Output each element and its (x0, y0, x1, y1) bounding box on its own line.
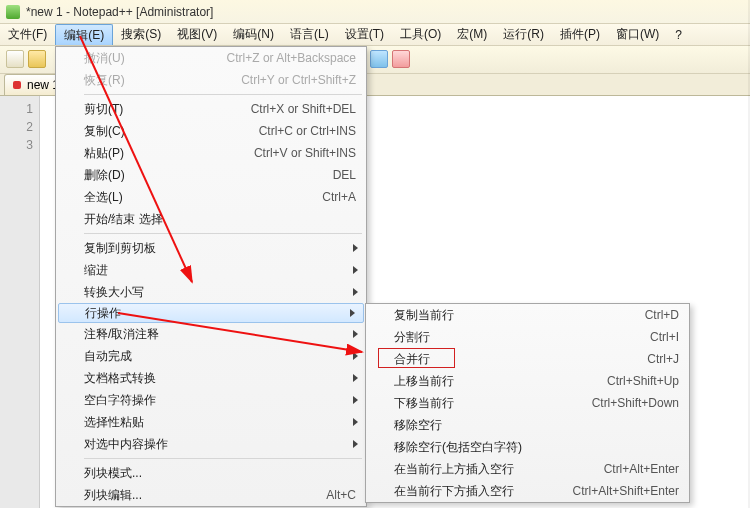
menu-item-label: 行操作 (85, 305, 355, 322)
menu-item-label: 列块编辑... (84, 487, 296, 504)
window-title: *new 1 - Notepad++ [Administrator] (26, 5, 213, 19)
menu-item[interactable]: 注释/取消注释 (56, 323, 366, 345)
menu-item-label: 自动完成 (84, 348, 356, 365)
menu-设置t[interactable]: 设置(T) (337, 24, 392, 45)
menu-item-label: 转换大小写 (84, 284, 356, 301)
menu-item[interactable]: 自动完成 (56, 345, 366, 367)
submenu-arrow-icon (353, 374, 358, 382)
menu-item[interactable]: 复制当前行Ctrl+D (366, 304, 689, 326)
menu-item[interactable]: 行操作 (58, 303, 364, 323)
submenu-arrow-icon (353, 418, 358, 426)
menu-item-label: 空白字符操作 (84, 392, 356, 409)
menu-shortcut: Ctrl+Shift+Down (592, 396, 679, 410)
submenu-arrow-icon (353, 266, 358, 274)
menu-item-label: 移除空行(包括空白字符) (394, 439, 679, 456)
menu-shortcut: Ctrl+Alt+Enter (604, 462, 679, 476)
menu-item[interactable]: 粘贴(P)Ctrl+V or Shift+INS (56, 142, 366, 164)
menu-文件f[interactable]: 文件(F) (0, 24, 55, 45)
menu-编码n[interactable]: 编码(N) (225, 24, 282, 45)
menu-搜索s[interactable]: 搜索(S) (113, 24, 169, 45)
submenu-arrow-icon (353, 352, 358, 360)
menu-item[interactable]: 复制到剪切板 (56, 237, 366, 259)
line-gutter: 123 (0, 96, 40, 508)
menu-工具o[interactable]: 工具(O) (392, 24, 449, 45)
menu-语言l[interactable]: 语言(L) (282, 24, 337, 45)
menu-item-label: 在当前行上方插入空行 (394, 461, 574, 478)
menu-item[interactable]: 列块编辑...Alt+C (56, 484, 366, 506)
menu-shortcut: Alt+C (326, 488, 356, 502)
menu-item[interactable]: 对选中内容操作 (56, 433, 366, 455)
menu-item-label: 合并行 (394, 351, 617, 368)
menu-item[interactable]: 列块模式... (56, 462, 366, 484)
menu-shortcut: Ctrl+D (645, 308, 679, 322)
menu-item[interactable]: 在当前行下方插入空行Ctrl+Alt+Shift+Enter (366, 480, 689, 502)
menu-item-label: 剪切(T) (84, 101, 221, 118)
menu-item[interactable]: 复制(C)Ctrl+C or Ctrl+INS (56, 120, 366, 142)
menu-item[interactable]: 分割行Ctrl+I (366, 326, 689, 348)
menu-item-label: 文档格式转换 (84, 370, 356, 387)
menu-item-label: 粘贴(P) (84, 145, 224, 162)
menu-item-label: 选择性粘贴 (84, 414, 356, 431)
toolbar-button[interactable] (392, 50, 410, 68)
menu-item[interactable]: 剪切(T)Ctrl+X or Shift+DEL (56, 98, 366, 120)
menu-item-label: 注释/取消注释 (84, 326, 356, 343)
line-number: 3 (0, 136, 33, 154)
menu-shortcut: Ctrl+Y or Ctrl+Shift+Z (241, 73, 356, 87)
menu-item[interactable]: 缩进 (56, 259, 366, 281)
submenu-arrow-icon (353, 244, 358, 252)
line-number: 1 (0, 100, 33, 118)
line-number: 2 (0, 118, 33, 136)
menu-item-label: 全选(L) (84, 189, 292, 206)
menu-item[interactable]: 文档格式转换 (56, 367, 366, 389)
menu-shortcut: Ctrl+C or Ctrl+INS (259, 124, 356, 138)
open-file-icon[interactable] (28, 50, 46, 68)
menu-separator (84, 233, 362, 234)
menu-item-label: 下移当前行 (394, 395, 562, 412)
menu-item[interactable]: 上移当前行Ctrl+Shift+Up (366, 370, 689, 392)
menu-item-label: 移除空行 (394, 417, 679, 434)
menu-shortcut: Ctrl+X or Shift+DEL (251, 102, 356, 116)
menu-宏m[interactable]: 宏(M) (449, 24, 495, 45)
menu-item[interactable]: 在当前行上方插入空行Ctrl+Alt+Enter (366, 458, 689, 480)
menu-视图v[interactable]: 视图(V) (169, 24, 225, 45)
menu-shortcut: Ctrl+Z or Alt+Backspace (227, 51, 356, 65)
toolbar-button[interactable] (370, 50, 388, 68)
menu-窗口w[interactable]: 窗口(W) (608, 24, 667, 45)
menu-shortcut: Ctrl+Alt+Shift+Enter (573, 484, 679, 498)
new-file-icon[interactable] (6, 50, 24, 68)
submenu-arrow-icon (353, 330, 358, 338)
edit-menu: 撤消(U)Ctrl+Z or Alt+Backspace恢复(R)Ctrl+Y … (55, 46, 367, 507)
menu-?[interactable]: ? (667, 24, 690, 45)
menu-item[interactable]: 移除空行 (366, 414, 689, 436)
menu-运行r[interactable]: 运行(R) (495, 24, 552, 45)
menu-item[interactable]: 开始/结束 选择 (56, 208, 366, 230)
menu-item-label: 对选中内容操作 (84, 436, 356, 453)
menu-item: 恢复(R)Ctrl+Y or Ctrl+Shift+Z (56, 69, 366, 91)
menu-item[interactable]: 转换大小写 (56, 281, 366, 303)
menu-shortcut: DEL (333, 168, 356, 182)
menu-item-label: 在当前行下方插入空行 (394, 483, 543, 500)
menu-item[interactable]: 空白字符操作 (56, 389, 366, 411)
menu-item[interactable]: 移除空行(包括空白字符) (366, 436, 689, 458)
menu-item[interactable]: 下移当前行Ctrl+Shift+Down (366, 392, 689, 414)
menu-item[interactable]: 选择性粘贴 (56, 411, 366, 433)
menu-item-label: 上移当前行 (394, 373, 577, 390)
menu-item[interactable]: 删除(D)DEL (56, 164, 366, 186)
menu-item-label: 复制当前行 (394, 307, 615, 324)
menu-item-label: 撤消(U) (84, 50, 197, 67)
menu-item[interactable]: 全选(L)Ctrl+A (56, 186, 366, 208)
menu-item: 撤消(U)Ctrl+Z or Alt+Backspace (56, 47, 366, 69)
menu-编辑e[interactable]: 编辑(E) (55, 24, 113, 45)
menu-item-label: 复制到剪切板 (84, 240, 356, 257)
submenu-arrow-icon (350, 309, 355, 317)
menu-item[interactable]: 合并行Ctrl+J (366, 348, 689, 370)
menu-shortcut: Ctrl+A (322, 190, 356, 204)
menu-item-label: 恢复(R) (84, 72, 211, 89)
menu-separator (84, 458, 362, 459)
menubar: 文件(F)编辑(E)搜索(S)视图(V)编码(N)语言(L)设置(T)工具(O)… (0, 24, 750, 46)
menu-separator (84, 94, 362, 95)
menu-插件p[interactable]: 插件(P) (552, 24, 608, 45)
menu-item-label: 分割行 (394, 329, 620, 346)
menu-shortcut: Ctrl+I (650, 330, 679, 344)
menu-item-label: 删除(D) (84, 167, 303, 184)
